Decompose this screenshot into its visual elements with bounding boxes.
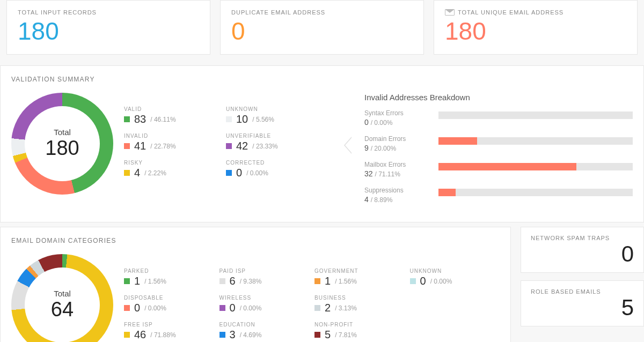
legend-swatch-icon [226,116,232,122]
legend-pct: / 1.56% [144,278,166,285]
breakdown-label: Syntax Errors [364,109,429,117]
domain-legend-item: UNKNOWN0/ 0.00% [410,268,500,287]
invalid-breakdown-item: Domain Errors9 / 20.00% [364,135,633,154]
legend-pct: / 0.00% [246,169,268,177]
card-input-records-value: 180 [18,19,199,43]
invalid-breakdown-item: Mailbox Errors32 / 71.11% [364,161,633,180]
legend-label: UNKNOWN [410,268,500,274]
breakdown-value: 32 / 71.11% [364,169,429,178]
legend-swatch-icon [124,143,130,149]
card-duplicate-email: DUPLICATE EMAIL ADDRESS 0 [220,0,424,55]
legend-count: 4 [134,167,140,179]
domain-legend-item: EDUCATION3/ 4.69% [219,322,310,341]
card-role-based-value: 5 [531,295,634,321]
validation-donut-total-label: Total [54,128,71,137]
legend-label: UNKNOWN [226,106,306,112]
domain-legend-item: GOVERNMENT1/ 1.56% [314,268,405,287]
validation-summary-section: VALIDATION SUMMARY Total 180 VALID83/ 46… [0,65,644,222]
legend-swatch-icon [219,305,225,311]
validation-legend-item: VALID83/ 46.11% [124,106,204,125]
validation-legend: VALID83/ 46.11%INVALID41/ 22.78%RISKY4/ … [124,93,333,187]
card-unique-email-label-text: TOTAL UNIQUE EMAIL ADDRESS [458,9,564,16]
bottom-row: EMAIL DOMAIN CATEGORIES Total 64 PARKED1… [0,227,644,342]
legend-pct: / 2.22% [144,169,166,177]
card-input-records-label: TOTAL INPUT RECORDS [18,9,199,16]
legend-pct: / 71.88% [150,331,175,339]
breakdown-bar [438,189,633,196]
legend-pct: / 7.81% [335,331,357,339]
card-duplicate-email-value: 0 [231,19,413,43]
card-role-based-label: ROLE BASED EMAILS [531,288,634,295]
breakdown-label: Mailbox Errors [364,161,429,168]
legend-label: BUSINESS [314,295,405,301]
validation-legend-item: CORRECTED0/ 0.00% [226,160,306,179]
legend-label: DISPOSABLE [124,295,214,301]
legend-swatch-icon [226,170,232,176]
legend-swatch-icon [226,143,232,149]
legend-pct: / 22.78% [150,143,175,150]
card-spam-traps-value: 0 [531,241,634,267]
domain-donut-total-value: 64 [51,298,74,321]
legend-count: 6 [230,275,236,287]
breakdown-bar [438,111,633,119]
legend-count: 10 [236,113,248,125]
domain-categories-title: EMAIL DOMAIN CATEGORIES [11,237,500,244]
domain-legend-item: FREE ISP46/ 71.88% [124,322,214,341]
card-unique-email-label: TOTAL UNIQUE EMAIL ADDRESS [445,9,626,16]
legend-swatch-icon [219,278,225,284]
validation-donut-chart: Total 180 [11,93,113,195]
breakdown-label: Suppressions [364,187,429,194]
domain-legend-item: WIRELESS0/ 0.00% [219,295,310,314]
validation-legend-item: UNKNOWN10/ 5.56% [226,106,306,125]
legend-label: PAID ISP [219,268,310,274]
legend-pct: / 46.11% [150,116,175,123]
card-spam-traps: NETWORK SPAM TRAPS 0 [521,227,644,273]
legend-count: 0 [236,167,242,179]
validation-legend-item: RISKY4/ 2.22% [124,160,204,179]
domain-legend-item: DISPOSABLE0/ 0.00% [124,295,214,314]
legend-pct: / 5.56% [252,116,274,123]
domain-donut-total-label: Total [54,289,71,298]
domain-legend-item: PARKED1/ 1.56% [124,268,214,287]
validation-donut-total-value: 180 [45,137,79,160]
card-role-based: ROLE BASED EMAILS 5 [521,280,644,326]
legend-count: 3 [230,329,236,341]
domain-legend-item: NON-PROFIT5/ 7.81% [314,322,405,341]
legend-swatch-icon [314,332,320,338]
breakdown-value: 4 / 8.89% [364,195,429,204]
legend-pct: / 4.69% [240,331,262,339]
legend-count: 1 [134,275,140,287]
validation-legend-item: UNVERIFIABLE42/ 23.33% [226,133,306,152]
invalid-breakdown: Invalid Addresses Breakdown Syntax Error… [364,93,633,212]
legend-pct: / 1.56% [335,278,357,285]
legend-swatch-icon [124,332,130,338]
chevron-divider-icon [344,121,354,185]
top-stats-row: TOTAL INPUT RECORDS 180 DUPLICATE EMAIL … [0,0,644,61]
card-spam-traps-label: NETWORK SPAM TRAPS [531,235,634,241]
legend-count: 0 [420,275,426,287]
domain-legend: PARKED1/ 1.56%DISPOSABLE0/ 0.00%FREE ISP… [124,254,500,342]
legend-label: FREE ISP [124,322,214,328]
legend-count: 42 [236,140,248,152]
breakdown-bar [438,137,633,145]
domain-categories-section: EMAIL DOMAIN CATEGORIES Total 64 PARKED1… [0,227,511,342]
breakdown-value: 0 / 0.00% [364,118,429,127]
legend-swatch-icon [314,278,320,284]
legend-count: 41 [134,140,146,152]
legend-label: NON-PROFIT [314,322,405,328]
legend-swatch-icon [124,305,130,311]
legend-label: INVALID [124,133,204,139]
legend-pct: / 0.00% [240,304,262,312]
legend-count: 46 [134,329,146,341]
legend-pct: / 0.00% [144,304,166,312]
legend-count: 83 [134,113,146,125]
legend-pct: / 3.13% [335,304,357,312]
breakdown-label: Domain Errors [364,135,429,143]
legend-count: 1 [325,275,331,287]
legend-swatch-icon [314,305,320,311]
card-duplicate-email-label: DUPLICATE EMAIL ADDRESS [231,9,413,16]
domain-legend-item: BUSINESS2/ 3.13% [314,295,405,314]
invalid-breakdown-item: Syntax Errors0 / 0.00% [364,109,633,129]
legend-label: PARKED [124,268,214,274]
domain-legend-item: PAID ISP6/ 9.38% [219,268,310,287]
